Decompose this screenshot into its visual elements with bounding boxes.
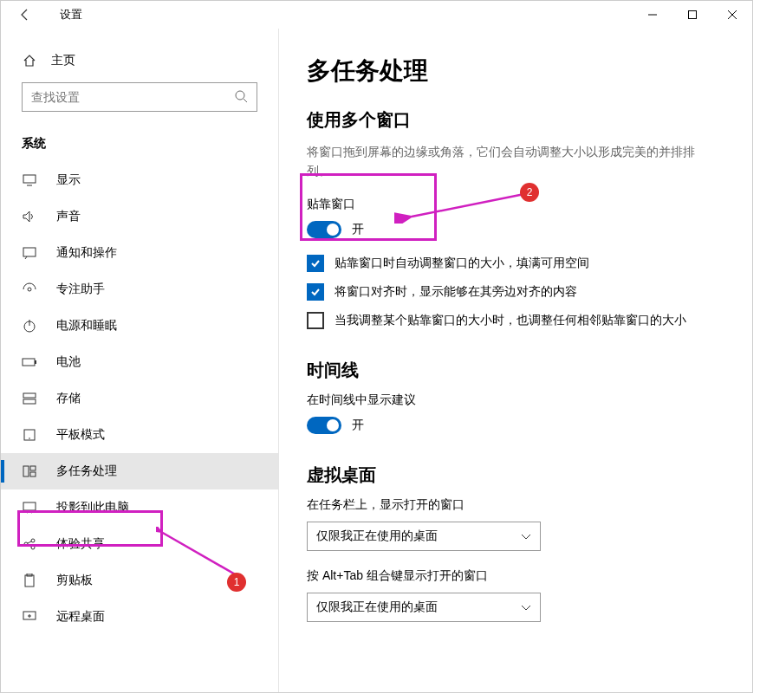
sidebar-item-remote[interactable]: 远程桌面	[1, 599, 278, 635]
timeline-toggle-state: 开	[352, 418, 364, 433]
sidebar-item-label: 电池	[56, 354, 81, 370]
section-virtual-desktop: 虚拟桌面 在任务栏上，显示打开的窗口 仅限我正在使用的桌面 按 Alt+Tab …	[307, 463, 718, 622]
sidebar-item-power[interactable]: 电源和睡眠	[1, 308, 278, 344]
shared-icon	[22, 536, 37, 552]
sidebar-item-tablet[interactable]: 平板模式	[1, 417, 278, 453]
search-icon	[234, 89, 248, 106]
sidebar-item-projecting[interactable]: 投影到此电脑	[1, 489, 278, 526]
sidebar-item-label: 电源和睡眠	[56, 318, 117, 334]
sidebar-item-label: 通知和操作	[56, 245, 117, 261]
notifications-icon	[22, 245, 37, 261]
sidebar-item-label: 剪贴板	[56, 573, 93, 588]
home-label: 主页	[51, 53, 75, 68]
svg-point-4	[236, 91, 244, 100]
snap-opt1-checkbox[interactable]	[307, 255, 324, 272]
svg-rect-8	[23, 248, 36, 256]
back-button[interactable]	[11, 1, 39, 29]
virtual-select2-value: 仅限我正在使用的桌面	[316, 600, 438, 615]
power-icon	[22, 318, 37, 334]
sidebar-item-display[interactable]: 显示	[1, 162, 278, 198]
sidebar-item-focus[interactable]: 专注助手	[1, 271, 278, 308]
sidebar: 主页 系统 显示 声音 通知和操作 专注助手	[1, 29, 278, 692]
sidebar-item-notifications[interactable]: 通知和操作	[1, 235, 278, 271]
remote-icon	[22, 609, 37, 625]
timeline-label: 在时间线中显示建议	[307, 392, 718, 408]
page-title: 多任务处理	[307, 55, 718, 88]
snap-opt3-label: 当我调整某个贴靠窗口的大小时，也调整任何相邻贴靠窗口的大小	[335, 311, 686, 329]
sidebar-item-label: 显示	[56, 172, 81, 188]
timeline-title: 时间线	[307, 359, 718, 382]
sidebar-item-label: 存储	[56, 391, 81, 406]
svg-point-24	[31, 546, 35, 549]
svg-point-17	[29, 438, 30, 439]
snap-opt1-label: 贴靠窗口时自动调整窗口的大小，填满可用空间	[335, 254, 589, 272]
sound-icon	[22, 209, 37, 224]
sidebar-item-label: 平板模式	[56, 427, 105, 443]
sidebar-item-storage[interactable]: 存储	[1, 380, 278, 417]
chevron-down-icon	[521, 600, 531, 614]
svg-rect-18	[23, 466, 29, 476]
sidebar-item-label: 远程桌面	[56, 609, 105, 625]
svg-rect-13	[35, 360, 36, 364]
snap-opt3-checkbox[interactable]	[307, 312, 324, 329]
display-icon	[22, 172, 37, 188]
snap-toggle-label: 贴靠窗口	[307, 197, 718, 212]
sidebar-item-shared[interactable]: 体验共享	[1, 526, 278, 562]
main-panel: 多任务处理 使用多个窗口 将窗口拖到屏幕的边缘或角落，它们会自动调整大小以形成完…	[278, 29, 752, 692]
snap-toggle-state: 开	[352, 222, 364, 237]
svg-rect-15	[23, 399, 36, 404]
virtual-title: 虚拟桌面	[307, 463, 718, 487]
svg-rect-25	[25, 575, 34, 587]
svg-rect-19	[30, 466, 36, 470]
chevron-down-icon	[521, 529, 531, 543]
sidebar-item-label: 多任务处理	[56, 463, 117, 479]
svg-rect-21	[23, 502, 36, 510]
snap-title: 使用多个窗口	[307, 108, 718, 132]
virtual-select1-value: 仅限我正在使用的桌面	[316, 528, 438, 544]
sidebar-item-sound[interactable]: 声音	[1, 198, 278, 235]
virtual-select1[interactable]: 仅限我正在使用的桌面	[307, 522, 541, 551]
battery-icon	[22, 354, 37, 370]
virtual-select2[interactable]: 仅限我正在使用的桌面	[307, 593, 541, 622]
section-snap: 使用多个窗口 将窗口拖到屏幕的边缘或角落，它们会自动调整大小以形成完美的并排排列…	[307, 108, 718, 329]
svg-line-5	[244, 99, 247, 102]
sidebar-group-label: 系统	[1, 129, 278, 162]
virtual-label2: 按 Alt+Tab 组合键显示打开的窗口	[307, 568, 718, 584]
tablet-icon	[22, 427, 37, 443]
titlebar: 设置	[1, 1, 752, 29]
sidebar-item-label: 专注助手	[56, 282, 105, 297]
svg-rect-14	[23, 393, 36, 398]
sidebar-item-label: 投影到此电脑	[56, 500, 129, 515]
sidebar-item-battery[interactable]: 电池	[1, 344, 278, 380]
svg-rect-12	[23, 359, 35, 366]
svg-point-22	[24, 542, 28, 546]
snap-description: 将窗口拖到屏幕的边缘或角落，它们会自动调整大小以形成完美的并排排列。	[307, 142, 718, 181]
close-button[interactable]	[712, 1, 752, 29]
svg-rect-1	[689, 11, 697, 19]
storage-icon	[22, 391, 37, 406]
sidebar-home[interactable]: 主页	[1, 46, 278, 82]
virtual-label1: 在任务栏上，显示打开的窗口	[307, 497, 718, 513]
clipboard-icon	[22, 573, 37, 588]
snap-toggle[interactable]	[307, 221, 341, 238]
sidebar-item-multitasking[interactable]: 多任务处理	[1, 453, 278, 489]
maximize-button[interactable]	[672, 1, 712, 29]
settings-window: 设置 主页 系统 显示 声音	[0, 0, 753, 693]
svg-rect-20	[30, 472, 36, 476]
svg-point-9	[28, 288, 31, 291]
search-input[interactable]	[31, 90, 234, 104]
window-title: 设置	[60, 7, 82, 23]
timeline-toggle[interactable]	[307, 417, 341, 434]
focus-icon	[22, 282, 37, 297]
svg-point-23	[31, 539, 35, 542]
section-timeline: 时间线 在时间线中显示建议 开	[307, 359, 718, 434]
search-box[interactable]	[22, 82, 257, 112]
minimize-button[interactable]	[633, 1, 672, 29]
projecting-icon	[22, 500, 37, 515]
snap-opt2-checkbox[interactable]	[307, 283, 324, 301]
sidebar-item-label: 体验共享	[56, 536, 105, 552]
sidebar-item-clipboard[interactable]: 剪贴板	[1, 562, 278, 599]
svg-rect-6	[23, 175, 36, 183]
snap-opt2-label: 将窗口对齐时，显示能够在其旁边对齐的内容	[335, 282, 577, 301]
home-icon	[22, 53, 37, 68]
